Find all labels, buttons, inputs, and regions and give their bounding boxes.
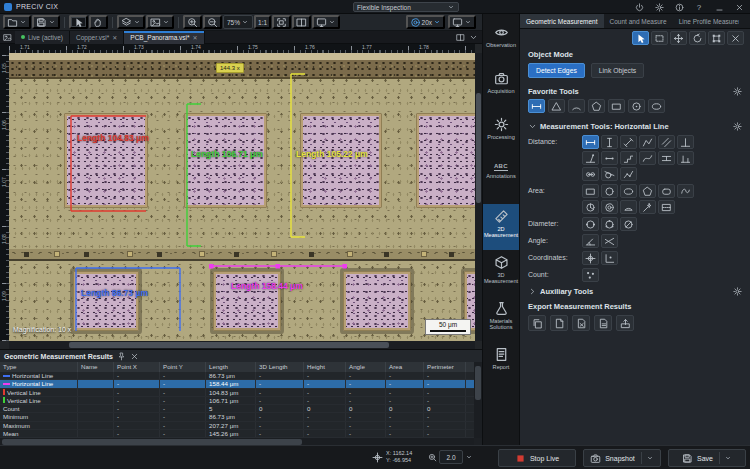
- select-tool-button[interactable]: [69, 15, 88, 29]
- link-objects-button[interactable]: Link Objects: [591, 63, 644, 78]
- close-button[interactable]: [733, 1, 745, 13]
- curve-tool-button[interactable]: [639, 151, 656, 165]
- export-send-button[interactable]: [616, 315, 634, 331]
- close-icon[interactable]: [130, 352, 139, 361]
- panel-tab-line-profile-measurement[interactable]: Line Profile Measurement: [673, 14, 739, 28]
- auxiliary-tools-collapser[interactable]: Auxiliary Tools: [520, 284, 750, 299]
- activity-acquisition[interactable]: Acquisition: [483, 66, 519, 112]
- save-button[interactable]: [32, 15, 60, 29]
- arc-tool-button[interactable]: [568, 99, 585, 113]
- activity-report[interactable]: Report: [483, 342, 519, 388]
- freehand-tool-button[interactable]: [677, 184, 694, 198]
- magic-tool-button[interactable]: [639, 200, 656, 214]
- polyline-tool-button[interactable]: [639, 135, 656, 149]
- tab-live-active-[interactable]: Live (active): [15, 31, 70, 44]
- zoom-in-button[interactable]: [183, 15, 202, 29]
- circle3p-tool-button[interactable]: [601, 217, 618, 231]
- activity-observation[interactable]: Observation: [483, 20, 519, 66]
- snapshot-button[interactable]: Snapshot: [583, 449, 661, 467]
- export-copy-button[interactable]: [528, 315, 546, 331]
- polygon-tool-button[interactable]: [639, 184, 656, 198]
- angle4-tool-button[interactable]: [601, 234, 618, 248]
- threshold-tool-button[interactable]: [658, 200, 675, 214]
- gear-icon[interactable]: [733, 287, 742, 296]
- minmax-tool-button[interactable]: [677, 151, 694, 165]
- sline-tool-button[interactable]: [620, 135, 637, 149]
- chevron-down-icon[interactable]: [465, 453, 473, 461]
- p2p-tool-button[interactable]: [601, 151, 618, 165]
- microscope-image-canvas[interactable]: Length 104.83 μm Length 106.71 μm Length…: [9, 53, 475, 341]
- zoom-control[interactable]: 2.0: [428, 450, 473, 464]
- result-row-minimum[interactable]: Minimum--86.73 μm-----: [0, 413, 474, 421]
- panel-tab-count-and-measure[interactable]: Count and Measure: [604, 14, 673, 28]
- column-header-3d-length[interactable]: 3D Length: [256, 362, 304, 372]
- close-icon[interactable]: ✕: [112, 34, 117, 41]
- chain-tool-button[interactable]: [620, 167, 637, 181]
- dropdown-caret[interactable]: [719, 452, 732, 464]
- fit-to-screen-button[interactable]: [272, 15, 291, 29]
- measurement-tools-collapser[interactable]: Measurement Tools: Horizontal Line: [520, 119, 750, 134]
- pointer-tool-button[interactable]: [632, 31, 649, 45]
- angle3-tool-button[interactable]: [582, 234, 599, 248]
- parallel-tool-button[interactable]: [658, 135, 675, 149]
- minimize-button[interactable]: [713, 1, 725, 13]
- circle3-tool-button[interactable]: [601, 184, 618, 198]
- roundrect-tool-button[interactable]: [658, 184, 675, 198]
- arcarea-tool-button[interactable]: [620, 200, 637, 214]
- save-button[interactable]: Save: [668, 449, 746, 467]
- activity-materials-solutions[interactable]: Materials Solutions: [483, 296, 519, 342]
- tab-pcb-panorama-vsi-[interactable]: PCB_Panorama.vsi*✕: [124, 31, 204, 44]
- info-button[interactable]: [673, 1, 685, 13]
- column-header-point-y[interactable]: Point Y: [160, 362, 206, 372]
- export-csv-button[interactable]: [594, 315, 612, 331]
- column-header-height[interactable]: Height: [304, 362, 346, 372]
- stop-live-button[interactable]: Stop Live: [498, 449, 576, 467]
- tab-copper-vsi-[interactable]: Copper.vsi*✕: [70, 31, 124, 44]
- nodes-tool-button[interactable]: [708, 31, 725, 45]
- column-header-perimeter[interactable]: Perimeter: [424, 362, 466, 372]
- tangent-tool-button[interactable]: [601, 167, 618, 181]
- close-icon[interactable]: ✕: [193, 34, 198, 41]
- column-header-type[interactable]: Type: [0, 362, 78, 372]
- activity-processing[interactable]: Processing: [483, 112, 519, 158]
- move-tool-button[interactable]: [670, 31, 687, 45]
- xy-tool-button[interactable]: [601, 251, 618, 265]
- inspection-profile-select[interactable]: Flexible Inspection: [353, 2, 459, 12]
- split-view-button[interactable]: [292, 15, 311, 29]
- diam-tool-button[interactable]: [620, 217, 637, 231]
- result-row-vertical-line[interactable]: Vertical Line--106.71 μm-----: [0, 397, 474, 405]
- ellipse-tool-button[interactable]: [620, 184, 637, 198]
- circlep-tool-button[interactable]: [628, 99, 645, 113]
- activity-2d-measurement[interactable]: 2D Measurement: [483, 204, 519, 250]
- result-row-vertical-line[interactable]: Vertical Line--104.83 μm-----: [0, 389, 474, 397]
- gear-icon[interactable]: [733, 122, 742, 131]
- export-file-button[interactable]: [550, 315, 568, 331]
- actual-size-button[interactable]: 1:1: [254, 15, 271, 29]
- viewer-vertical-scrollbar[interactable]: [475, 53, 482, 341]
- delete-tool-button[interactable]: [727, 31, 744, 45]
- dropdown-caret[interactable]: [641, 452, 654, 464]
- column-header-point-x[interactable]: Point X: [114, 362, 160, 372]
- triangle-tool-button[interactable]: [548, 99, 565, 113]
- marquee-tool-button[interactable]: [651, 31, 668, 45]
- result-row-mean[interactable]: Mean--145.26 μm-----: [0, 430, 474, 438]
- band-tool-button[interactable]: [658, 151, 675, 165]
- column-header-area[interactable]: Area: [386, 362, 424, 372]
- rect-tool-button[interactable]: [582, 184, 599, 198]
- activity-annotations[interactable]: ABCAnnotations: [483, 158, 519, 204]
- cross-tool-button[interactable]: [582, 251, 599, 265]
- zoom-level-button[interactable]: 75%: [223, 15, 253, 29]
- c2c-tool-button[interactable]: [582, 167, 599, 181]
- pie-tool-button[interactable]: [582, 200, 599, 214]
- perp-tool-button[interactable]: [677, 135, 694, 149]
- polygon-tool-button[interactable]: [588, 99, 605, 113]
- activity-3d-measurement[interactable]: 3D Measurement: [483, 250, 519, 296]
- tab-list-icon[interactable]: [0, 33, 15, 42]
- pan-tool-button[interactable]: [89, 15, 108, 29]
- results-vertical-scrollbar[interactable]: [474, 362, 482, 438]
- column-header-angle[interactable]: Angle: [346, 362, 386, 372]
- stair-tool-button[interactable]: [620, 151, 637, 165]
- tabbar-tool[interactable]: [456, 33, 465, 42]
- open-button[interactable]: [3, 15, 31, 29]
- panel-tab-geometric-measurement[interactable]: Geometric Measurement: [520, 14, 604, 28]
